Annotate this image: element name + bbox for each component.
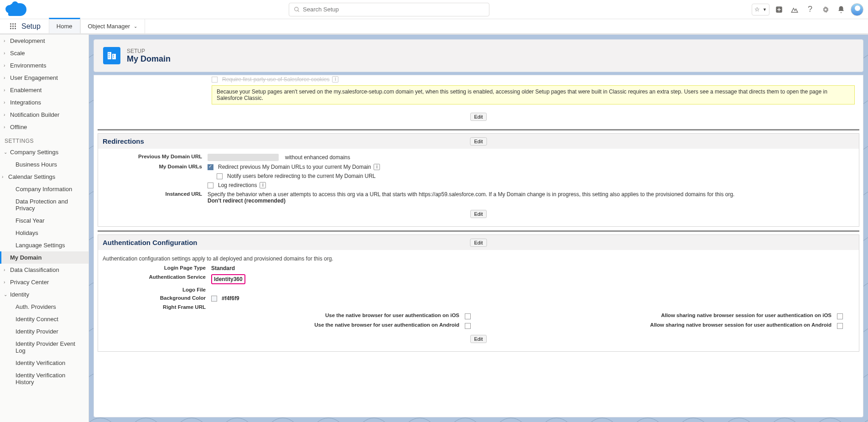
instanced-text: Specify the behavior when a user attempt… [208,191,734,198]
logo-file-label: Logo File [106,287,211,292]
chevron-down-icon: ⌄ [4,150,10,155]
native-android-right-label: Allow sharing native browser session for… [478,322,837,329]
setup-tree: ›Development ›Scale ›Environments ›User … [0,35,89,422]
global-actions-icon[interactable] [773,4,785,16]
search-input[interactable] [303,6,484,13]
tree-label: Company Information [16,186,72,193]
tree-label: My Domain [10,254,42,261]
app-launcher-icon[interactable] [10,23,16,29]
help-icon[interactable]: ? [804,4,816,16]
share-android-checkbox[interactable] [837,323,843,329]
tree-item-integrations[interactable]: ›Integrations [0,96,88,109]
tree-item-auth-providers[interactable]: Auth. Providers [0,301,88,313]
edit-button[interactable]: Edit [470,210,487,218]
redirect-prev-checkbox[interactable] [208,164,213,170]
share-ios-checkbox[interactable] [837,313,843,319]
log-redirections-label: Log redirections [218,182,257,188]
prev-url-label: Previous My Domain URL [103,154,208,161]
svg-rect-10 [113,57,114,57]
settings-section-label: SETTINGS [0,133,88,146]
chevron-down-icon: ⌄ [4,292,10,297]
tree-label: Identity [10,291,29,298]
notify-users-checkbox[interactable] [217,173,223,179]
native-ios-checkbox[interactable] [465,313,471,319]
instanced-url-label: Instanced URL [103,191,208,204]
tree-item-privacy-center[interactable]: ›Privacy Center [0,276,88,288]
tree-label: Company Settings [10,149,58,156]
tree-item-offline[interactable]: ›Offline [0,121,88,133]
tree-item-environments[interactable]: ›Environments [0,59,88,72]
tree-item-enablement[interactable]: ›Enablement [0,84,88,96]
tree-item-notification-builder[interactable]: ›Notification Builder [0,109,88,121]
edit-button[interactable]: Edit [470,113,487,121]
tree-item-data-protection[interactable]: Data Protection and Privacy [0,195,88,214]
tree-item-identity-provider-event-log[interactable]: Identity Provider Event Log [0,338,88,357]
global-search[interactable] [289,3,489,16]
tree-label: Identity Connect [16,316,58,323]
page-header: SETUP My Domain [94,39,863,72]
bg-color-value: #f4f6f9 [222,295,239,302]
tree-label: Data Protection and Privacy [16,198,84,212]
tree-label: Business Hours [16,161,57,168]
log-redirections-checkbox[interactable] [208,182,213,188]
info-icon[interactable]: i [374,164,380,170]
tree-item-identity-verification[interactable]: Identity Verification [0,357,88,369]
cookies-checkbox[interactable] [212,77,218,83]
edit-button[interactable]: Edit [470,239,487,247]
bell-icon[interactable] [835,4,847,16]
right-frame-value [211,304,851,310]
tree-label: Identity Verification History [16,372,84,386]
tree-item-scale[interactable]: ›Scale [0,47,88,59]
native-android-checkbox[interactable] [465,323,471,329]
tree-item-development[interactable]: ›Development [0,35,88,47]
section-title: Authentication Configuration [103,239,197,246]
context-bar: Setup Home Object Manager ⌄ [0,19,868,35]
tree-item-my-domain[interactable]: My Domain [0,251,88,264]
content-scroll[interactable]: Require first-party use of Salesforce co… [94,75,863,417]
cookie-warning: Because your Setup pages aren't served o… [212,85,855,104]
chevron-right-icon: › [4,75,10,80]
section-title: Redirections [103,137,144,145]
auth-service-value: Identity360 [211,274,245,284]
tree-item-identity-provider[interactable]: Identity Provider [0,325,88,338]
tree-item-data-classification[interactable]: ›Data Classification [0,264,88,276]
auth-config-panel: Authentication Configuration Edit Authen… [98,234,859,352]
redirections-panel: Redirections Edit Previous My Domain URL… [98,133,859,227]
svg-line-1 [298,10,299,11]
tree-item-language-settings[interactable]: Language Settings [0,239,88,251]
tab-object-manager[interactable]: Object Manager ⌄ [80,19,146,33]
tree-item-business-hours[interactable]: Business Hours [0,158,88,171]
tree-label: Development [10,37,45,44]
tree-item-identity-verification-history[interactable]: Identity Verification History [0,369,88,388]
avatar[interactable] [851,3,863,16]
tree-item-holidays[interactable]: Holidays [0,227,88,239]
tree-label: Environments [10,62,46,69]
tree-item-company-information[interactable]: Company Information [0,183,88,195]
edit-button[interactable]: Edit [470,335,487,343]
tree-item-user-engagement[interactable]: ›User Engagement [0,72,88,84]
my-domain-urls-label: My Domain URLs [103,164,208,170]
tree-label: Holidays [16,229,38,236]
tree-label: Scale [10,50,25,57]
chevron-right-icon: › [4,63,10,68]
edit-button[interactable]: Edit [470,137,487,146]
tree-item-calendar-settings[interactable]: ›Calendar Settings [0,171,88,183]
tree-label: Enablement [10,87,42,94]
login-page-type-label: Login Page Type [106,265,211,271]
tree-item-identity-connect[interactable]: Identity Connect [0,313,88,325]
gear-icon[interactable] [820,4,832,16]
favorites-dropdown[interactable]: ☆ ▼ [752,4,769,16]
color-swatch [211,296,217,302]
tab-home[interactable]: Home [49,18,80,33]
tree-item-fiscal-year[interactable]: Fiscal Year [0,214,88,227]
trailhead-icon[interactable] [789,4,800,16]
tree-item-company-settings[interactable]: ⌄Company Settings [0,146,88,158]
native-ios-left-label: Use the native browser for user authenti… [106,313,465,319]
tree-item-identity[interactable]: ⌄Identity [0,288,88,301]
page-eyebrow: SETUP [127,48,171,54]
tree-label: Calendar Settings [8,173,55,180]
chevron-down-icon: ⌄ [134,24,137,29]
tree-label: Offline [10,124,27,130]
info-icon[interactable]: i [260,182,266,188]
info-icon[interactable]: i [332,76,338,83]
